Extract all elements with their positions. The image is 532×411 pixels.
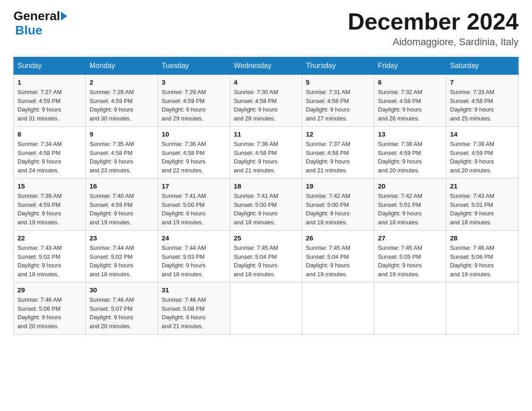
month-title: December 2024 xyxy=(348,9,519,34)
day-info: Sunrise: 7:46 AMSunset: 5:07 PMDaylight:… xyxy=(90,296,134,330)
day-info: Sunrise: 7:30 AMSunset: 4:58 PMDaylight:… xyxy=(234,89,278,122)
day-number: 3 xyxy=(162,78,226,86)
day-info: Sunrise: 7:32 AMSunset: 4:58 PMDaylight:… xyxy=(378,89,422,122)
day-info: Sunrise: 7:31 AMSunset: 4:58 PMDaylight:… xyxy=(306,89,350,122)
day-number: 15 xyxy=(17,182,82,190)
title-block: December 2024 Aidomaggiore, Sardinia, It… xyxy=(348,9,519,48)
day-info: Sunrise: 7:46 AMSunset: 5:06 PMDaylight:… xyxy=(17,296,62,330)
day-number: 28 xyxy=(450,234,515,242)
day-number: 10 xyxy=(162,130,226,138)
day-cell: 29 Sunrise: 7:46 AMSunset: 5:06 PMDaylig… xyxy=(14,283,86,334)
day-cell: 23 Sunrise: 7:44 AMSunset: 5:02 PMDaylig… xyxy=(86,231,158,283)
day-cell: 3 Sunrise: 7:29 AMSunset: 4:59 PMDayligh… xyxy=(158,75,230,127)
day-number: 11 xyxy=(234,130,298,138)
day-info: Sunrise: 7:43 AMSunset: 5:02 PMDaylight:… xyxy=(17,244,62,278)
day-cell xyxy=(374,283,446,334)
day-number: 16 xyxy=(90,182,154,190)
day-number: 23 xyxy=(90,234,154,242)
logo-arrow-icon xyxy=(61,12,67,21)
day-info: Sunrise: 7:39 AMSunset: 4:59 PMDaylight:… xyxy=(450,141,494,174)
day-info: Sunrise: 7:42 AMSunset: 5:01 PMDaylight:… xyxy=(378,193,422,226)
header-cell-monday: Monday xyxy=(86,57,158,75)
day-cell: 20 Sunrise: 7:42 AMSunset: 5:01 PMDaylig… xyxy=(374,179,446,231)
day-cell: 8 Sunrise: 7:34 AMSunset: 4:58 PMDayligh… xyxy=(14,127,86,179)
day-cell: 9 Sunrise: 7:35 AMSunset: 4:58 PMDayligh… xyxy=(86,127,158,179)
day-number: 19 xyxy=(306,182,370,190)
day-number: 14 xyxy=(450,130,515,138)
day-number: 29 xyxy=(17,286,82,294)
week-row-3: 15 Sunrise: 7:39 AMSunset: 4:59 PMDaylig… xyxy=(14,179,519,231)
day-info: Sunrise: 7:36 AMSunset: 4:58 PMDaylight:… xyxy=(234,141,278,174)
day-info: Sunrise: 7:35 AMSunset: 4:58 PMDaylight:… xyxy=(90,141,134,174)
day-number: 20 xyxy=(378,182,442,190)
week-row-1: 1 Sunrise: 7:27 AMSunset: 4:59 PMDayligh… xyxy=(14,75,519,127)
day-info: Sunrise: 7:45 AMSunset: 5:05 PMDaylight:… xyxy=(378,244,422,278)
header-cell-sunday: Sunday xyxy=(14,57,86,75)
day-info: Sunrise: 7:28 AMSunset: 4:59 PMDaylight:… xyxy=(90,89,134,122)
calendar-table: SundayMondayTuesdayWednesdayThursdayFrid… xyxy=(13,57,519,334)
day-cell: 4 Sunrise: 7:30 AMSunset: 4:58 PMDayligh… xyxy=(230,75,302,127)
day-info: Sunrise: 7:36 AMSunset: 4:58 PMDaylight:… xyxy=(162,141,206,174)
day-cell: 27 Sunrise: 7:45 AMSunset: 5:05 PMDaylig… xyxy=(374,231,446,283)
day-number: 25 xyxy=(234,234,298,242)
logo: General Blue xyxy=(13,9,68,38)
location-title: Aidomaggiore, Sardinia, Italy xyxy=(348,36,519,48)
day-cell: 2 Sunrise: 7:28 AMSunset: 4:59 PMDayligh… xyxy=(86,75,158,127)
day-info: Sunrise: 7:39 AMSunset: 4:59 PMDaylight:… xyxy=(17,193,62,226)
day-cell: 21 Sunrise: 7:43 AMSunset: 5:01 PMDaylig… xyxy=(446,179,519,231)
logo-blue-text: Blue xyxy=(15,23,43,37)
day-number: 27 xyxy=(378,234,442,242)
day-info: Sunrise: 7:45 AMSunset: 5:04 PMDaylight:… xyxy=(234,244,278,278)
day-number: 12 xyxy=(306,130,370,138)
day-cell: 13 Sunrise: 7:38 AMSunset: 4:59 PMDaylig… xyxy=(374,127,446,179)
day-cell: 12 Sunrise: 7:37 AMSunset: 4:58 PMDaylig… xyxy=(302,127,374,179)
day-number: 21 xyxy=(450,182,515,190)
day-info: Sunrise: 7:37 AMSunset: 4:58 PMDaylight:… xyxy=(306,141,350,174)
day-cell xyxy=(446,283,519,334)
header-cell-wednesday: Wednesday xyxy=(230,57,302,75)
week-row-5: 29 Sunrise: 7:46 AMSunset: 5:06 PMDaylig… xyxy=(14,283,519,334)
day-cell: 10 Sunrise: 7:36 AMSunset: 4:58 PMDaylig… xyxy=(158,127,230,179)
header-cell-tuesday: Tuesday xyxy=(158,57,230,75)
day-number: 24 xyxy=(162,234,226,242)
day-cell: 16 Sunrise: 7:40 AMSunset: 4:59 PMDaylig… xyxy=(86,179,158,231)
day-cell: 7 Sunrise: 7:33 AMSunset: 4:58 PMDayligh… xyxy=(446,75,519,127)
day-cell xyxy=(302,283,374,334)
logo-general-text: General xyxy=(13,9,60,23)
day-cell: 5 Sunrise: 7:31 AMSunset: 4:58 PMDayligh… xyxy=(302,75,374,127)
calendar-header: SundayMondayTuesdayWednesdayThursdayFrid… xyxy=(14,57,519,75)
header-cell-saturday: Saturday xyxy=(446,57,519,75)
day-info: Sunrise: 7:43 AMSunset: 5:01 PMDaylight:… xyxy=(450,193,494,226)
day-cell: 25 Sunrise: 7:45 AMSunset: 5:04 PMDaylig… xyxy=(230,231,302,283)
day-cell: 28 Sunrise: 7:46 AMSunset: 5:06 PMDaylig… xyxy=(446,231,519,283)
day-number: 7 xyxy=(450,78,515,86)
day-info: Sunrise: 7:44 AMSunset: 5:03 PMDaylight:… xyxy=(162,244,206,278)
day-cell: 18 Sunrise: 7:41 AMSunset: 5:00 PMDaylig… xyxy=(230,179,302,231)
day-number: 31 xyxy=(162,286,226,294)
day-cell: 15 Sunrise: 7:39 AMSunset: 4:59 PMDaylig… xyxy=(14,179,86,231)
day-number: 1 xyxy=(17,78,82,86)
day-info: Sunrise: 7:41 AMSunset: 5:00 PMDaylight:… xyxy=(234,193,278,226)
day-cell: 11 Sunrise: 7:36 AMSunset: 4:58 PMDaylig… xyxy=(230,127,302,179)
day-cell: 30 Sunrise: 7:46 AMSunset: 5:07 PMDaylig… xyxy=(86,283,158,334)
week-row-2: 8 Sunrise: 7:34 AMSunset: 4:58 PMDayligh… xyxy=(14,127,519,179)
day-cell xyxy=(230,283,302,334)
day-info: Sunrise: 7:38 AMSunset: 4:59 PMDaylight:… xyxy=(378,141,422,174)
day-info: Sunrise: 7:40 AMSunset: 4:59 PMDaylight:… xyxy=(90,193,134,226)
day-info: Sunrise: 7:41 AMSunset: 5:00 PMDaylight:… xyxy=(162,193,206,226)
header-cell-thursday: Thursday xyxy=(302,57,374,75)
day-cell: 6 Sunrise: 7:32 AMSunset: 4:58 PMDayligh… xyxy=(374,75,446,127)
day-number: 6 xyxy=(378,78,442,86)
day-info: Sunrise: 7:27 AMSunset: 4:59 PMDaylight:… xyxy=(17,89,62,122)
day-number: 8 xyxy=(17,130,82,138)
day-number: 2 xyxy=(90,78,154,86)
day-info: Sunrise: 7:33 AMSunset: 4:58 PMDaylight:… xyxy=(450,89,494,122)
day-number: 9 xyxy=(90,130,154,138)
calendar-body: 1 Sunrise: 7:27 AMSunset: 4:59 PMDayligh… xyxy=(14,75,519,334)
day-info: Sunrise: 7:45 AMSunset: 5:04 PMDaylight:… xyxy=(306,244,350,278)
week-row-4: 22 Sunrise: 7:43 AMSunset: 5:02 PMDaylig… xyxy=(14,231,519,283)
day-cell: 19 Sunrise: 7:42 AMSunset: 5:00 PMDaylig… xyxy=(302,179,374,231)
day-number: 30 xyxy=(90,286,154,294)
day-number: 17 xyxy=(162,182,226,190)
day-cell: 31 Sunrise: 7:46 AMSunset: 5:08 PMDaylig… xyxy=(158,283,230,334)
